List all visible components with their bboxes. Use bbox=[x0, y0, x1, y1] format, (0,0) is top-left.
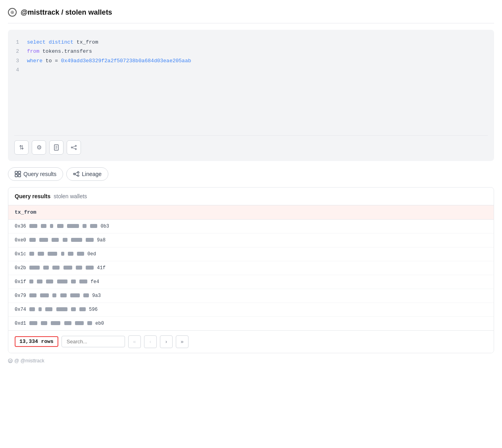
next-page-button[interactable]: › bbox=[160, 335, 173, 348]
redacted-block bbox=[29, 280, 33, 283]
redacted-block bbox=[38, 307, 42, 311]
tab-lineage[interactable]: Lineage bbox=[66, 167, 108, 181]
table-cell: 0xd1 eb0 bbox=[8, 316, 494, 330]
keyword-select: select bbox=[27, 39, 46, 45]
prev-page-button[interactable]: ‹ bbox=[144, 335, 157, 348]
redacted-block bbox=[77, 252, 84, 256]
redacted-block bbox=[29, 321, 37, 325]
table-cell: 0x1c 0ed bbox=[8, 247, 494, 261]
table-row: 0x74 596 bbox=[8, 302, 494, 316]
redacted-block bbox=[87, 321, 92, 325]
svg-point-15 bbox=[77, 175, 79, 176]
redacted-block bbox=[71, 307, 76, 311]
share-button[interactable] bbox=[67, 140, 81, 155]
sort-button[interactable]: ⇅ bbox=[14, 140, 29, 155]
redacted-block bbox=[86, 238, 94, 242]
redacted-block bbox=[68, 252, 73, 256]
pagination-bar: 13,334 rows « ‹ › » bbox=[8, 330, 494, 353]
table-cell: 0x2b 41f bbox=[8, 261, 494, 275]
redacted-block bbox=[60, 293, 67, 297]
document-icon bbox=[53, 144, 60, 151]
header-icon: ⊕ bbox=[8, 8, 17, 17]
redacted-block bbox=[71, 280, 76, 283]
table-row: 0xd1 eb0 bbox=[8, 316, 494, 330]
table-cell: 0x36 0b3 bbox=[8, 219, 494, 233]
line-number-3: 3 bbox=[14, 56, 19, 65]
redacted-block bbox=[41, 224, 46, 228]
table-cell: 0x74 596 bbox=[8, 302, 494, 316]
redacted-block bbox=[71, 238, 82, 242]
code-toolbar: ⇅ ⚙ bbox=[14, 135, 488, 155]
redacted-block bbox=[75, 321, 84, 325]
first-page-button[interactable]: « bbox=[128, 335, 141, 348]
address-value: 0x49add3e8329f2a2f507238b0a684d03eae205a… bbox=[61, 58, 191, 64]
redacted-block bbox=[29, 293, 37, 297]
redacted-block bbox=[64, 321, 71, 325]
code-text-4 bbox=[27, 65, 30, 75]
results-table: tx_from 0x36 0b3 bbox=[8, 205, 494, 330]
redacted-block bbox=[39, 238, 48, 242]
redacted-block bbox=[61, 252, 64, 256]
redacted-block bbox=[41, 321, 47, 325]
svg-point-6 bbox=[75, 148, 77, 149]
table-row: 0x79 9a3 bbox=[8, 289, 494, 302]
redacted-block bbox=[29, 266, 40, 270]
redacted-block bbox=[52, 266, 60, 270]
line-number-1: 1 bbox=[14, 38, 19, 47]
header: ⊕ @misttrack / stolen wallets bbox=[8, 8, 494, 23]
redacted-block bbox=[76, 266, 82, 270]
code-line-1: 1 select distinct tx_from bbox=[14, 38, 488, 47]
table-row: 0x1c 0ed bbox=[8, 247, 494, 261]
svg-line-8 bbox=[72, 147, 75, 148]
redacted-block bbox=[48, 252, 57, 256]
code-content: 1 select distinct tx_from 2 from tokens.… bbox=[14, 38, 488, 75]
share-icon bbox=[71, 144, 77, 151]
redacted-block bbox=[37, 280, 42, 283]
redacted-block bbox=[63, 266, 72, 270]
redacted-block bbox=[45, 307, 52, 311]
redacted-block bbox=[83, 224, 87, 228]
keyword-where: where bbox=[27, 58, 42, 64]
settings-button[interactable]: ⚙ bbox=[32, 140, 46, 155]
redacted-block bbox=[90, 224, 97, 228]
attribution-icon: @ bbox=[8, 358, 13, 363]
table-row: 0x2b 41f bbox=[8, 261, 494, 275]
svg-point-14 bbox=[77, 172, 79, 173]
code-text-3: where to = 0x49add3e8329f2a2f507238b0a68… bbox=[27, 56, 191, 65]
results-container: Query results stolen wallets tx_from 0x3… bbox=[8, 187, 494, 353]
redacted-block bbox=[40, 293, 49, 297]
svg-rect-11 bbox=[15, 174, 17, 177]
results-title: Query results bbox=[15, 193, 50, 199]
code-text-1: select distinct tx_from bbox=[27, 38, 98, 47]
tab-bar: Query results Lineage bbox=[8, 167, 494, 181]
redacted-block bbox=[57, 280, 67, 283]
code-editor[interactable]: 1 select distinct tx_from 2 from tokens.… bbox=[8, 30, 494, 161]
code-line-4: 4 bbox=[14, 65, 488, 75]
redacted-block bbox=[57, 224, 63, 228]
page-title: @misttrack / stolen wallets bbox=[21, 8, 112, 17]
redacted-block bbox=[29, 224, 37, 228]
redacted-block bbox=[52, 238, 59, 242]
tab-query-results[interactable]: Query results bbox=[8, 167, 63, 181]
last-page-button[interactable]: » bbox=[176, 335, 188, 348]
column-header-tx-from: tx_from bbox=[8, 205, 494, 220]
svg-rect-9 bbox=[15, 171, 17, 174]
results-subtitle: stolen wallets bbox=[54, 193, 87, 199]
table-cell: 0xe0 9a8 bbox=[8, 233, 494, 247]
redacted-block bbox=[46, 280, 53, 283]
redacted-block bbox=[43, 266, 49, 270]
redacted-block bbox=[29, 307, 35, 311]
svg-line-7 bbox=[72, 146, 75, 147]
table-header-row: tx_from bbox=[8, 205, 494, 220]
redacted-block bbox=[70, 293, 80, 297]
document-button[interactable] bbox=[49, 140, 63, 155]
search-input[interactable] bbox=[62, 336, 125, 347]
redacted-block bbox=[38, 252, 44, 256]
results-header: Query results stolen wallets bbox=[8, 188, 494, 205]
redacted-block bbox=[52, 293, 56, 297]
redacted-block bbox=[29, 252, 34, 256]
table-row: 0xe0 9a8 bbox=[8, 233, 494, 247]
code-line-2: 2 from tokens.transfers bbox=[14, 47, 488, 56]
svg-rect-12 bbox=[18, 174, 21, 177]
redacted-block bbox=[50, 224, 53, 228]
